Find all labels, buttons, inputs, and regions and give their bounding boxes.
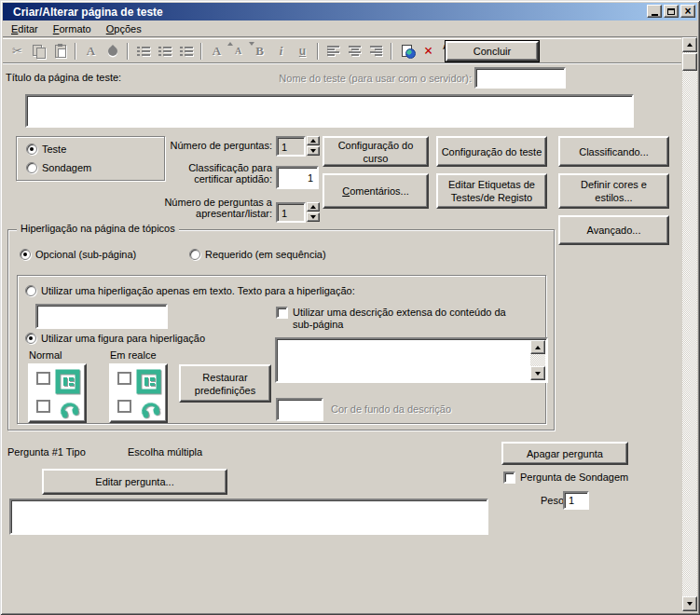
configuracao-curso-button[interactable]: Configuração do curso <box>323 136 429 167</box>
radio-figura-label: Utilizar uma figura para hiperligação <box>41 333 205 345</box>
italic-icon[interactable]: i <box>271 42 291 61</box>
num-perguntas-down-button[interactable] <box>307 146 320 156</box>
num-apresentar-up-button[interactable] <box>307 202 320 212</box>
increase-font-icon[interactable]: A <box>207 42 226 61</box>
menu-formato[interactable]: Formato <box>46 21 99 36</box>
paste-icon[interactable] <box>50 42 70 61</box>
configuracao-teste-button[interactable]: Configuração do teste <box>436 136 547 167</box>
underline-icon[interactable]: u <box>293 42 312 61</box>
up-arrow-icon <box>310 139 316 143</box>
maximize-button[interactable] <box>664 5 679 18</box>
peso-input[interactable] <box>563 491 589 510</box>
align-left-icon[interactable] <box>323 42 343 61</box>
descricao-scroll-up-button[interactable] <box>530 340 545 354</box>
delete-icon[interactable]: × <box>419 42 438 61</box>
align-right-icon[interactable] <box>366 42 386 61</box>
normal-label: Normal <box>29 349 62 361</box>
green-frame-icon <box>55 369 81 395</box>
titulo-textarea[interactable] <box>25 94 634 128</box>
avancado-button[interactable]: Avançado... <box>558 215 669 245</box>
outline-list-icon[interactable] <box>176 42 196 61</box>
image-placeholder-icon <box>36 400 50 413</box>
num-apresentar-down-button[interactable] <box>307 212 320 222</box>
checkbox-pergunta-sondagem[interactable]: Pergunta de Sondagem <box>503 472 628 484</box>
definir-cores-button[interactable]: Definir cores e estilos... <box>558 173 669 209</box>
scroll-up-button[interactable] <box>682 37 697 52</box>
numbered-list-icon[interactable] <box>155 42 174 61</box>
cor-fundo-label: Cor de fundo da descrição <box>331 403 451 415</box>
radio-teste-label: Teste <box>42 144 66 156</box>
bullet-list-icon[interactable] <box>133 42 153 61</box>
headphones-icon <box>56 396 83 421</box>
headphones-icon <box>137 396 164 421</box>
classificacao-input[interactable] <box>276 166 319 189</box>
num-apresentar-value: 1 <box>276 202 306 223</box>
fill-color-icon[interactable] <box>103 42 122 61</box>
minimize-button[interactable] <box>647 5 662 18</box>
window-vertical-scrollbar[interactable] <box>682 37 697 611</box>
copy-icon[interactable] <box>29 42 48 61</box>
concluir-button[interactable]: Concluir <box>446 41 539 62</box>
toolbar-divider <box>3 62 681 64</box>
pergunta-tipo-label: Pergunta #1 Tipo <box>7 446 86 458</box>
hiperligacao-group: Hiperligação na página de tópicos Opcion… <box>7 229 555 430</box>
radio-figura-circle <box>25 333 36 344</box>
close-button[interactable]: × <box>680 5 695 18</box>
classificando-button[interactable]: Classificando... <box>558 136 669 167</box>
align-center-icon[interactable] <box>345 42 364 61</box>
pergunta-tipo-value: Escolha múltipla <box>128 446 202 458</box>
image-placeholder-icon <box>117 372 131 385</box>
down-arrow-icon <box>310 149 316 153</box>
editar-pergunta-button[interactable]: Editar pergunta... <box>42 469 227 495</box>
checkbox-descricao-extensa[interactable]: Utilizar uma descrição extensa do conteú… <box>276 307 542 331</box>
scroll-thumb[interactable] <box>682 53 697 71</box>
radio-sondagem[interactable]: Sondagem <box>26 162 91 174</box>
font-icon[interactable]: A <box>81 42 101 61</box>
num-perguntas-spinner[interactable]: 1 <box>276 136 320 157</box>
title-bar[interactable]: Criar/Alterar página de teste × <box>3 3 697 20</box>
down-arrow-icon <box>535 372 541 376</box>
checkbox-descricao-label: Utilizar uma descrição extensa do conteú… <box>293 307 542 331</box>
image-placeholder-icon <box>117 400 131 413</box>
num-perguntas-up-button[interactable] <box>307 136 320 145</box>
decrease-font-icon[interactable]: A <box>228 42 248 61</box>
num-perguntas-label: Número de perguntas: <box>101 140 272 151</box>
insert-html-icon[interactable] <box>397 42 417 61</box>
editar-etiquetas-button[interactable]: Editar Etiquetas de Testes/de Registo <box>436 173 547 209</box>
toolbar: ✂ A A A B i u × ABC✓ Concluir <box>3 38 681 62</box>
figura-realce-button[interactable] <box>109 363 168 423</box>
radio-requerido[interactable]: Requerido (em sequência) <box>189 249 326 261</box>
descricao-scrollbar[interactable] <box>530 340 545 380</box>
menu-editar[interactable]: Editar <box>4 21 46 36</box>
radio-teste[interactable]: Teste <box>26 144 66 156</box>
menu-bar: Editar Formato Opções <box>3 20 697 37</box>
num-apresentar-spinner[interactable]: 1 <box>276 202 320 223</box>
radio-texto[interactable]: Utilizar uma hiperligação apenas em text… <box>25 285 355 297</box>
up-arrow-icon <box>687 43 693 47</box>
nome-teste-input[interactable] <box>474 67 566 89</box>
pergunta-textarea[interactable] <box>9 499 488 535</box>
minimize-icon <box>652 14 658 16</box>
restaurar-predefinicoes-button[interactable]: Restaurar predefinições <box>179 364 271 403</box>
descricao-textarea[interactable] <box>275 337 548 383</box>
radio-opcional[interactable]: Opcional (sub-página) <box>20 249 136 261</box>
radio-sondagem-label: Sondagem <box>42 162 91 174</box>
cut-icon[interactable]: ✂ <box>7 42 27 61</box>
checkbox-descricao-box <box>276 307 288 319</box>
radio-requerido-circle <box>189 249 200 260</box>
cor-fundo-input[interactable] <box>276 398 323 421</box>
menu-opcoes[interactable]: Opções <box>99 21 149 36</box>
toolbar-separator <box>391 43 392 60</box>
num-apresentar-label: Número de perguntas a apresentar/listar: <box>91 197 272 219</box>
texto-hiperligacao-input[interactable] <box>35 304 168 329</box>
figura-normal-button[interactable] <box>28 363 87 423</box>
toolbar-separator <box>75 43 76 60</box>
em-realce-label: Em realce <box>110 349 157 361</box>
scroll-down-button[interactable] <box>682 596 697 611</box>
apagar-pergunta-button[interactable]: Apagar pergunta <box>501 442 628 465</box>
radio-figura[interactable]: Utilizar uma figura para hiperligação <box>25 333 205 345</box>
descricao-scroll-down-button[interactable] <box>530 366 545 380</box>
checkbox-pergunta-sondagem-box <box>503 472 515 484</box>
bold-icon[interactable]: B <box>250 42 269 61</box>
comentarios-button[interactable]: Comentários... <box>323 173 429 209</box>
